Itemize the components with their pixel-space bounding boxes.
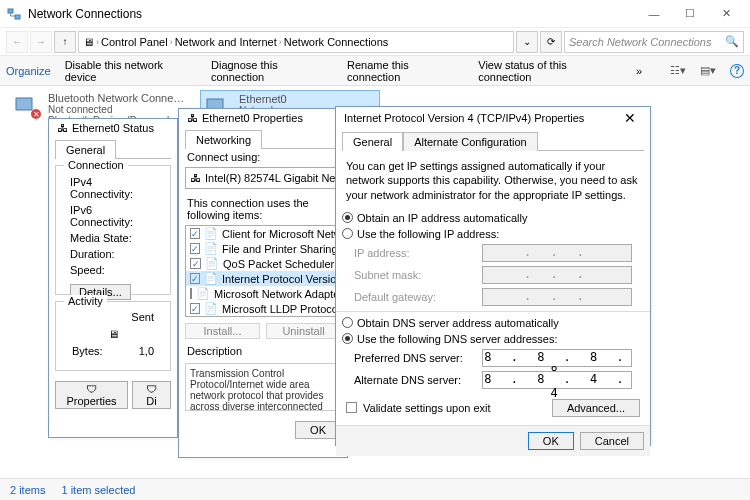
organize-menu[interactable]: Organize xyxy=(6,65,51,77)
svg-rect-1 xyxy=(15,15,20,19)
pc-icon: 🖥 xyxy=(83,36,94,48)
properties-button[interactable]: 🛡 Properties xyxy=(55,381,128,409)
list-item-ipv4[interactable]: ✓📄Internet Protocol Version 4 (TCP xyxy=(186,271,340,286)
search-input[interactable]: Search Network Connections 🔍 xyxy=(564,31,744,53)
description-box: Transmission Control Protocol/Internet w… xyxy=(185,363,341,411)
list-item[interactable]: ✓📄Internet Protocol Version 6 (TCP xyxy=(186,316,340,317)
ipv4-dialog: Internet Protocol Version 4 (TCP/IPv4) P… xyxy=(335,106,651,446)
disable-button[interactable]: 🛡 Di xyxy=(132,381,171,409)
gateway-field: . . . xyxy=(482,288,632,306)
ipv4-description: You can get IP settings assigned automat… xyxy=(336,151,650,210)
command-bar: Organize Disable this network device Dia… xyxy=(0,56,750,86)
up-button[interactable]: ↑ xyxy=(54,31,76,53)
list-item[interactable]: 📄Microsoft Network Adapter Multi xyxy=(186,286,340,301)
advanced-button[interactable]: Advanced... xyxy=(552,399,640,417)
view-options-icon[interactable]: ☷▾ xyxy=(670,63,686,79)
status-dialog-title: 🖧 Ethernet0 Status xyxy=(49,119,177,137)
history-dropdown[interactable]: ⌄ xyxy=(516,31,538,53)
item-count: 2 items xyxy=(10,484,45,496)
conn-name: Ethernet0 xyxy=(239,93,350,105)
tab-general[interactable]: General xyxy=(55,140,116,159)
maximize-button[interactable]: ☐ xyxy=(672,2,708,26)
network-icon: 🖧 xyxy=(57,122,68,134)
list-item[interactable]: ✓📄Microsoft LLDP Protocol Driver xyxy=(186,301,340,316)
cancel-button[interactable]: Cancel xyxy=(580,432,644,450)
use-dns-radio[interactable]: Use the following DNS server addresses: xyxy=(336,331,650,347)
forward-button[interactable]: → xyxy=(30,31,52,53)
properties-dialog: 🖧 Ethernet0 Properties Networking Connec… xyxy=(178,108,348,458)
viewstatus-link[interactable]: View status of this connection xyxy=(478,59,622,83)
use-ip-radio[interactable]: Use the following IP address: xyxy=(336,226,650,242)
selected-count: 1 item selected xyxy=(61,484,135,496)
svg-rect-0 xyxy=(8,9,13,13)
activity-icon: 🖥 xyxy=(62,324,164,344)
preview-pane-icon[interactable]: ▤▾ xyxy=(700,63,716,79)
network-icon xyxy=(6,6,22,22)
titlebar: Network Connections — ☐ ✕ xyxy=(0,0,750,28)
svg-text:✕: ✕ xyxy=(33,110,40,119)
diagnose-link[interactable]: Diagnose this connection xyxy=(211,59,333,83)
tab-networking[interactable]: Networking xyxy=(185,130,262,149)
network-icon: 🖧 xyxy=(187,112,198,124)
help-icon[interactable]: ? xyxy=(730,64,744,78)
items-listbox[interactable]: ✓📄Client for Microsoft Networks ✓📄File a… xyxy=(185,225,341,317)
conn-name: Bluetooth Network Connection xyxy=(48,92,188,104)
crumb-network-internet[interactable]: Network and Internet xyxy=(175,36,277,48)
tab-altconfig[interactable]: Alternate Configuration xyxy=(403,132,538,151)
properties-dialog-title: 🖧 Ethernet0 Properties xyxy=(179,109,347,127)
window-title: Network Connections xyxy=(28,7,636,21)
back-button[interactable]: ← xyxy=(6,31,28,53)
adapter-icon: 🖧 xyxy=(190,172,201,184)
preferred-dns-field[interactable]: 8 . 8 . 8 . 8 xyxy=(482,349,632,367)
status-dialog: 🖧 Ethernet0 Status General Connection IP… xyxy=(48,118,178,438)
tab-general[interactable]: General xyxy=(342,132,403,151)
crumb-control-panel[interactable]: Control Panel xyxy=(101,36,168,48)
close-icon[interactable]: ✕ xyxy=(618,110,642,126)
more-commands[interactable]: » xyxy=(636,65,642,77)
ip-address-field: . . . xyxy=(482,244,632,262)
refresh-button[interactable]: ⟳ xyxy=(540,31,562,53)
conn-status: Not connected xyxy=(48,104,188,115)
uninstall-button[interactable]: Uninstall xyxy=(266,323,341,339)
breadcrumb[interactable]: 🖥 › Control Panel › Network and Internet… xyxy=(78,31,514,53)
obtain-ip-radio[interactable]: Obtain an IP address automatically xyxy=(336,210,650,226)
ok-button[interactable]: OK xyxy=(528,432,574,450)
minimize-button[interactable]: — xyxy=(636,2,672,26)
adapter-field[interactable]: 🖧 Intel(R) 82574L Gigabit Network C xyxy=(185,167,341,189)
navbar: ← → ↑ 🖥 › Control Panel › Network and In… xyxy=(0,28,750,56)
install-button[interactable]: Install... xyxy=(185,323,260,339)
validate-checkbox[interactable] xyxy=(346,402,357,413)
ipv4-dialog-title: Internet Protocol Version 4 (TCP/IPv4) P… xyxy=(336,107,650,129)
list-item[interactable]: ✓📄Client for Microsoft Networks xyxy=(186,226,340,241)
list-item[interactable]: ✓📄File and Printer Sharing for Micro xyxy=(186,241,340,256)
statusbar: 2 items 1 item selected xyxy=(0,478,750,500)
subnet-mask-field: . . . xyxy=(482,266,632,284)
obtain-dns-radio[interactable]: Obtain DNS server address automatically xyxy=(336,315,650,331)
search-icon: 🔍 xyxy=(725,35,739,48)
close-button[interactable]: ✕ xyxy=(708,2,744,26)
rename-link[interactable]: Rename this connection xyxy=(347,59,464,83)
svg-rect-2 xyxy=(16,98,32,110)
alternate-dns-field[interactable]: 8 . 8 . 4 . 4 xyxy=(482,371,632,389)
disable-device-link[interactable]: Disable this network device xyxy=(65,59,197,83)
bluetooth-connection-icon: ✕ xyxy=(12,92,44,120)
list-item[interactable]: ✓📄QoS Packet Scheduler xyxy=(186,256,340,271)
crumb-network-connections[interactable]: Network Connections xyxy=(284,36,389,48)
